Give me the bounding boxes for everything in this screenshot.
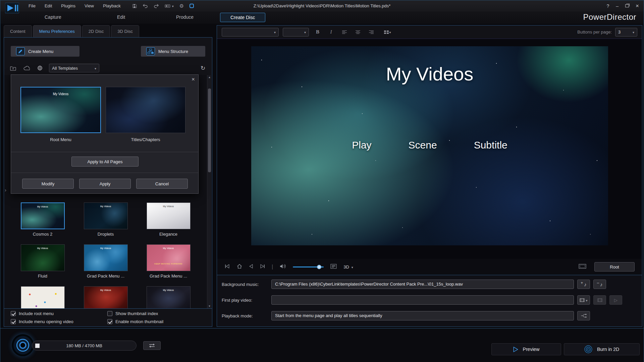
checkbox-show-thumbnail-index[interactable]: Show thumbnail index xyxy=(107,311,158,316)
save-icon[interactable] xyxy=(132,4,137,8)
next-clip-icon[interactable] xyxy=(260,264,265,269)
disc-menu-title[interactable]: My Videos xyxy=(251,63,608,85)
scroll-up-icon[interactable]: ▲ xyxy=(207,75,212,79)
powerdirector-logo-icon xyxy=(5,3,19,14)
menu-structure-button[interactable]: Menu Structure xyxy=(141,46,205,57)
template-item-partial-1[interactable] xyxy=(17,286,68,308)
checkbox-include-root-menu[interactable]: Include root menu xyxy=(11,311,54,316)
checkbox-icon[interactable] xyxy=(107,319,112,324)
tab-3d-disc[interactable]: 3D Disc xyxy=(111,25,139,37)
template-item-partial-2[interactable]: My Videos xyxy=(80,286,131,308)
screen-record-icon[interactable] xyxy=(190,4,194,8)
menu-edit[interactable]: Edit xyxy=(45,3,52,8)
template-item-gradpack-2[interactable]: My Videos KEEP MOVING FORWARD Grad Pack … xyxy=(143,244,194,279)
add-music-button[interactable]: + xyxy=(577,280,590,289)
template-item-droplets[interactable]: My Videos Droplets xyxy=(80,202,131,237)
modify-button[interactable]: Modify xyxy=(22,179,74,189)
preview-button[interactable]: Preview xyxy=(491,343,561,355)
root-menu-thumbnail[interactable]: My Videos xyxy=(20,87,101,133)
quality-meter-icon[interactable] xyxy=(165,3,174,8)
scrollbar-thumb[interactable] xyxy=(208,88,211,172)
volume-slider-knob[interactable] xyxy=(317,265,321,269)
popup-close-icon[interactable] xyxy=(192,76,195,83)
undo-icon[interactable] xyxy=(143,4,148,8)
import-template-icon[interactable] xyxy=(9,64,17,72)
playback-mode-button[interactable] xyxy=(577,311,590,320)
root-page-button[interactable]: Root xyxy=(594,262,635,272)
tab-create-disc[interactable]: Create Disc xyxy=(220,13,265,22)
template-item-elegance[interactable]: My Videos Elegance xyxy=(143,202,194,237)
tab-menu-preferences[interactable]: Menu Preferences xyxy=(33,25,81,37)
checkbox-icon[interactable] xyxy=(107,311,112,316)
remove-first-play-button[interactable] xyxy=(593,295,606,305)
checkbox-icon[interactable] xyxy=(11,311,16,316)
previous-clip-icon[interactable] xyxy=(249,264,253,269)
tab-capture[interactable]: Capture xyxy=(45,14,61,20)
align-left-icon[interactable] xyxy=(340,28,349,37)
burn-in-2d-button[interactable]: Burn in 2D xyxy=(564,343,640,355)
template-item-cosmos2[interactable]: My Videos Cosmos 2 xyxy=(17,202,68,237)
panel-collapse-arrow-icon[interactable]: › xyxy=(5,187,6,193)
directorzone-globe-icon[interactable] xyxy=(36,64,44,72)
settings-gear-icon[interactable] xyxy=(179,3,184,9)
checkbox-enable-motion-thumbnail[interactable]: Enable motion thumbnail xyxy=(107,319,163,324)
font-family-dropdown[interactable] xyxy=(222,28,279,37)
menu-button-scene[interactable]: Scene xyxy=(409,139,437,151)
align-right-icon[interactable] xyxy=(367,28,376,37)
template-item-gradpack-1[interactable]: My Videos Grad Pack Menu ... xyxy=(80,244,131,279)
checkbox-icon[interactable] xyxy=(11,319,16,324)
popup-buttons-row: Modify Apply Cancel xyxy=(22,179,188,189)
volume-icon[interactable] xyxy=(280,264,286,270)
checkbox-include-menu-opening-video[interactable]: Include menu opening video xyxy=(11,319,73,324)
template-filter-dropdown[interactable]: All Templates xyxy=(49,64,99,72)
menu-button-subtitle[interactable]: Subtitle xyxy=(474,139,507,151)
chevron-down-icon xyxy=(304,29,306,35)
tv-safe-zone-icon[interactable] xyxy=(579,264,586,270)
cloud-download-icon[interactable] xyxy=(22,64,31,72)
redo-icon[interactable] xyxy=(154,4,159,8)
template-item-partial-3[interactable]: My Videos xyxy=(143,286,194,308)
font-size-dropdown[interactable] xyxy=(283,28,309,37)
home-icon[interactable] xyxy=(237,264,242,270)
change-disc-format-button[interactable] xyxy=(143,341,161,350)
scroll-down-icon[interactable]: ▼ xyxy=(207,304,212,308)
template-item-fluid[interactable]: My Videos Fluid xyxy=(17,244,68,279)
apply-to-all-pages-button[interactable]: Apply to All Pages xyxy=(71,157,139,167)
help-button[interactable]: ? xyxy=(606,3,609,9)
menu-plugins[interactable]: Plugins xyxy=(61,3,75,8)
first-play-field[interactable] xyxy=(271,295,574,305)
italic-button[interactable]: I xyxy=(326,28,336,37)
bold-button[interactable]: B xyxy=(313,28,322,37)
tab-content[interactable]: Content xyxy=(4,25,32,37)
maximize-button[interactable] xyxy=(625,4,629,7)
titles-chapters-thumbnail[interactable] xyxy=(106,87,185,133)
set-first-play-button[interactable] xyxy=(577,295,590,305)
previous-menu-icon[interactable] xyxy=(224,264,230,269)
tab-2d-disc[interactable]: 2D Disc xyxy=(82,25,110,37)
menu-preview-screen[interactable]: My Videos Play Scene Subtitle xyxy=(251,46,608,245)
playback-mode-field[interactable]: Start from the menu page and play all ti… xyxy=(271,311,574,320)
remove-music-button[interactable]: – xyxy=(593,280,606,289)
button-layout-dropdown[interactable] xyxy=(380,28,395,37)
cancel-button[interactable]: Cancel xyxy=(136,179,188,189)
chevron-down-icon xyxy=(172,3,174,8)
buttons-per-page-dropdown[interactable]: 3 xyxy=(615,28,637,37)
3d-mode-dropdown[interactable]: 3D xyxy=(343,264,353,269)
close-button[interactable] xyxy=(636,3,639,9)
tab-produce[interactable]: Produce xyxy=(176,14,194,20)
volume-slider[interactable] xyxy=(293,266,324,267)
menu-view[interactable]: View xyxy=(85,3,94,8)
play-first-play-button[interactable] xyxy=(609,295,622,305)
template-scrollbar[interactable]: ▲ ▼ xyxy=(207,75,211,308)
tab-edit[interactable]: Edit xyxy=(117,14,125,20)
create-menu-button[interactable]: Create Menu xyxy=(11,46,79,57)
menu-list-icon[interactable] xyxy=(330,264,337,270)
apply-button[interactable]: Apply xyxy=(79,179,131,189)
refresh-icon[interactable] xyxy=(199,64,207,72)
minimize-button[interactable] xyxy=(616,3,619,9)
menu-playback[interactable]: Playback xyxy=(103,3,121,8)
menu-file[interactable]: File xyxy=(29,3,36,8)
align-center-icon[interactable] xyxy=(353,28,363,37)
menu-button-play[interactable]: Play xyxy=(352,139,371,151)
background-music-field[interactable]: C:\Program Files (x86)\CyberLink\templat… xyxy=(271,280,574,289)
